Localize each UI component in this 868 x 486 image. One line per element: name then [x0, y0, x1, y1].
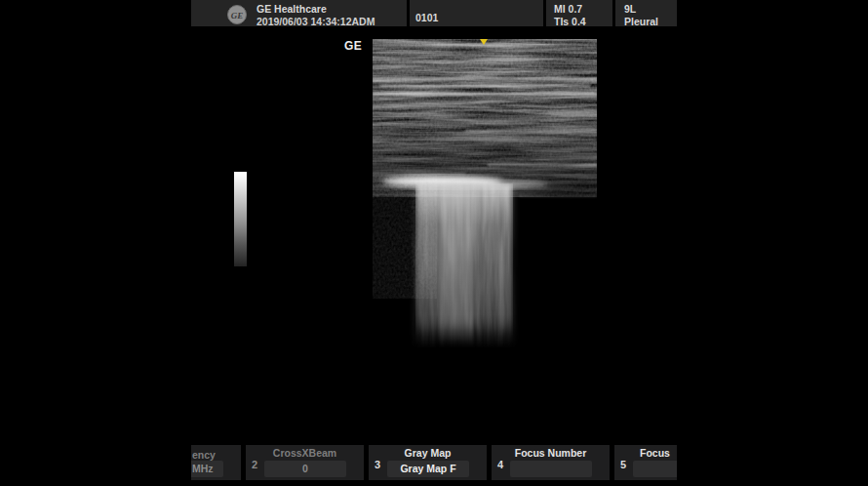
menu-item-focus-number[interactable]: 4 Focus Number [492, 445, 610, 480]
ultrasound-screen: GE GE Healthcare 2019/06/03 14:34:12ADM … [191, 0, 677, 486]
mi-value: MI 0.7 [554, 3, 582, 15]
softkey-value-button[interactable]: MHz [191, 461, 223, 477]
header-brand-section: GE GE Healthcare 2019/06/03 14:34:12ADM [191, 0, 407, 26]
softkey-value-button[interactable] [510, 461, 592, 477]
ultrasound-speckle-graphic [373, 39, 597, 347]
tis-value: TIs 0.4 [554, 16, 586, 27]
probe-name: 9L [624, 3, 636, 15]
grayscale-bar [234, 172, 247, 266]
softkey-menu: ency MHz 2 CrossXBeam 0 3 Gray Map Gray … [191, 445, 677, 480]
softkey-number: 2 [252, 459, 257, 470]
header-probe-section: 9L Pleural [612, 0, 665, 26]
ultrasound-image [373, 39, 597, 347]
softkey-label: Focus Number [492, 447, 610, 459]
softkey-label: ency [192, 449, 216, 461]
softkey-value-button[interactable]: 0 [264, 461, 346, 477]
ge-logo-icon: GE [227, 5, 247, 24]
softkey-label: Focus [614, 447, 677, 459]
softkey-number: 3 [375, 459, 380, 470]
patient-id: 0101 [415, 12, 438, 23]
menu-item-crossxbeam[interactable]: 2 CrossXBeam 0 [246, 445, 364, 480]
preset-name: Pleural [624, 16, 658, 27]
svg-text:GE: GE [231, 11, 244, 20]
header-patient-section: 0101 [407, 0, 543, 26]
orientation-marker-icon [480, 39, 488, 45]
ge-watermark: GE [344, 39, 362, 53]
menu-item-gray-map[interactable]: 3 Gray Map Gray Map F [369, 445, 487, 480]
softkey-number: 5 [620, 459, 626, 470]
softkey-value-button[interactable] [633, 461, 677, 477]
softkey-value-button[interactable]: Gray Map F [387, 461, 469, 477]
header-bar: GE GE Healthcare 2019/06/03 14:34:12ADM … [191, 0, 677, 29]
menu-item-focus[interactable]: 5 Focus [614, 445, 677, 480]
softkey-label: CrossXBeam [246, 447, 364, 459]
brand-title: GE Healthcare [256, 3, 327, 15]
datetime-text: 2019/06/03 14:34:12ADM [256, 16, 375, 27]
softkey-number: 4 [497, 459, 503, 470]
header-acoustic-output-section: MI 0.7 TIs 0.4 [543, 0, 612, 26]
menu-item-frequency[interactable]: ency MHz [191, 445, 241, 480]
softkey-label: Gray Map [369, 447, 487, 459]
